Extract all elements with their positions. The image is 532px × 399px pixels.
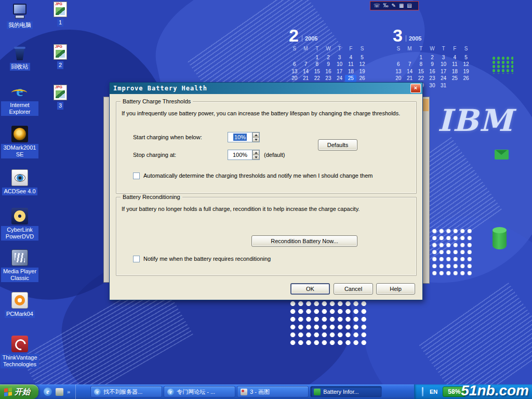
task-button-icon xyxy=(314,389,321,395)
calendar-day-header: F xyxy=(449,45,460,52)
help-button[interactable]: Help xyxy=(376,283,415,295)
calendar-day-cell: 9 xyxy=(427,61,438,68)
pcmark-icon xyxy=(11,292,28,309)
calendar-day-header: W xyxy=(427,45,438,52)
cancel-button[interactable]: Cancel xyxy=(334,283,373,295)
calendar-day-cell: 9 xyxy=(323,61,334,68)
calendar-day-cell: 17 xyxy=(438,68,449,75)
ok-button[interactable]: OK xyxy=(290,283,330,295)
calendar-day-cell: 16 xyxy=(323,68,334,75)
quick-launch-overflow-chevron[interactable]: » xyxy=(67,389,70,395)
calendar-day-cell: 21 xyxy=(300,75,312,82)
recondition-battery-button[interactable]: Recondition Battery Now... xyxy=(251,235,357,247)
desktop-icon-jpg-3[interactable]: 3 xyxy=(42,84,79,110)
envelope-icon xyxy=(495,150,509,159)
taskbar-task-button[interactable]: Battery Infor... xyxy=(310,386,382,397)
defaults-button[interactable]: Defaults xyxy=(318,139,357,151)
jpg-file-icon xyxy=(54,2,67,17)
language-indicator[interactable]: EN xyxy=(430,389,437,395)
start-button[interactable]: 开始 xyxy=(0,384,38,399)
capture-toolbar-icon[interactable]: ‰ xyxy=(383,3,389,8)
calendar-day-cell: 21 xyxy=(404,75,416,82)
calendar-day-cell: 14 xyxy=(300,68,312,75)
dialog-title: Improve Battery Health xyxy=(113,85,410,92)
icon-label: Media Player Classic xyxy=(1,268,38,282)
thinkvantage-icon xyxy=(11,336,28,352)
calendar-year: 2005 xyxy=(406,35,421,42)
calendar-day-cell: 3 xyxy=(334,54,345,61)
capture-toolbar-icon[interactable]: ✎ xyxy=(392,3,396,8)
capture-toolbar-icon[interactable]: ▤ xyxy=(407,3,411,8)
desktop-icon-jpg-2[interactable]: 2 xyxy=(42,44,79,69)
taskbar-task-button[interactable]: 找不到服务器... xyxy=(90,386,162,397)
calendar-day-cell: 18 xyxy=(449,68,460,75)
desktop-icon-recycle-bin[interactable]: 回收站 xyxy=(1,45,38,71)
notify-reconditioning-checkbox[interactable] xyxy=(133,256,140,262)
calendar-day-header: T xyxy=(311,45,323,52)
taskbar: 开始 e » 找不到服务器... 专门网论坛 - ... 3 - 画图 Batt… xyxy=(0,384,532,399)
spin-up-button[interactable] xyxy=(252,150,259,155)
dialog-titlebar[interactable]: Improve Battery Health × xyxy=(110,83,422,94)
desktop-icon-media-player-classic[interactable]: Media Player Classic xyxy=(1,249,38,282)
jpg-file-icon xyxy=(54,44,67,60)
calendar-day-header: T xyxy=(334,45,345,52)
background-window-fragment xyxy=(423,99,429,111)
battery-charge-thresholds-group: Battery Charge Thresholds If you infrequ… xyxy=(116,101,417,194)
dot-grid-pattern xyxy=(424,228,473,277)
start-threshold-spinner[interactable]: 10% xyxy=(228,132,260,142)
close-button[interactable]: × xyxy=(410,84,421,93)
task-button-label: Battery Infor... xyxy=(323,389,358,395)
calendar-day-cell: 20 xyxy=(289,75,300,82)
task-button-icon xyxy=(167,389,174,395)
spin-down-button[interactable] xyxy=(252,137,259,142)
calendar-day-header: S xyxy=(289,45,300,52)
calendar-day-cell: 13 xyxy=(289,68,300,75)
desktop-icon-acdsee[interactable]: ACDSee 4.0 xyxy=(1,169,38,195)
task-button-label: 专门网论坛 - ... xyxy=(177,388,215,396)
calendar-day-cell: 2 xyxy=(427,54,438,61)
calendar-day-cell: 23 xyxy=(323,75,334,82)
taskbar-task-button[interactable]: 3 - 画图 xyxy=(237,386,309,397)
desktop-icon-my-computer[interactable]: 我的电脑 xyxy=(1,3,38,29)
icon-label: 3 xyxy=(57,102,63,110)
calendar-day-cell: 3 xyxy=(438,54,449,61)
icon-label: PCMark04 xyxy=(5,310,35,318)
auto-determine-checkbox[interactable] xyxy=(133,172,140,179)
capture-toolbar-icon[interactable]: ▦ xyxy=(399,3,404,8)
desktop-icon-pcmark04[interactable]: PCMark04 xyxy=(1,292,38,318)
quick-launch-ie-icon[interactable]: e xyxy=(44,388,52,396)
calendar-day-cell: 7 xyxy=(300,61,312,68)
acdsee-icon xyxy=(11,169,28,186)
spin-down-button[interactable] xyxy=(252,155,259,159)
recycle-bin-icon xyxy=(11,45,28,61)
taskbar-task-button[interactable]: 专门网论坛 - ... xyxy=(164,386,235,397)
calendar-day-cell: 12 xyxy=(356,61,368,68)
calendar-day-cell: 25 xyxy=(345,75,356,82)
calendar-day-header: W xyxy=(323,45,334,52)
calendar-month-numeral: 2 xyxy=(289,27,299,44)
calendar-day-cell: 8 xyxy=(311,61,323,68)
desktop-icon-3dmark2001[interactable]: 3DMark2001 SE xyxy=(1,126,38,158)
capture-toolbar-icon[interactable]: ☏ xyxy=(374,3,380,8)
spin-up-button[interactable] xyxy=(252,132,259,137)
reconditioning-description: If your battery no longer holds a full c… xyxy=(122,206,411,212)
calendar-day-cell: 15 xyxy=(311,68,323,75)
quick-launch-bar: e » xyxy=(38,384,76,399)
calendar-day-header: F xyxy=(345,45,356,52)
quick-launch-media-icon[interactable] xyxy=(56,388,63,396)
calendar-day-header: M xyxy=(300,45,312,52)
calendar-day-cell: 2 xyxy=(323,54,334,61)
jpg-file-icon xyxy=(54,85,67,100)
calendar-day-cell: 25 xyxy=(449,75,460,82)
desktop-icon-internet-explorer[interactable]: e Internet Explorer xyxy=(1,83,38,116)
start-charging-label: Start charging when below: xyxy=(133,134,202,140)
calendar-day-cell: 18 xyxy=(345,68,356,75)
icon-label: 1 xyxy=(57,19,63,26)
calendar-day-cell: 4 xyxy=(345,54,356,61)
improve-battery-health-dialog: Improve Battery Health × Battery Charge … xyxy=(109,82,423,300)
desktop-icon-jpg-1[interactable]: 1 xyxy=(42,1,79,26)
calendar-day-cell xyxy=(300,54,312,61)
desktop-icon-powerdvd[interactable]: CyberLink PowerDVD xyxy=(1,208,38,241)
stop-threshold-spinner[interactable]: 100% xyxy=(228,150,260,160)
desktop-icon-thinkvantage[interactable]: ThinkVantage Technologies xyxy=(1,336,38,368)
